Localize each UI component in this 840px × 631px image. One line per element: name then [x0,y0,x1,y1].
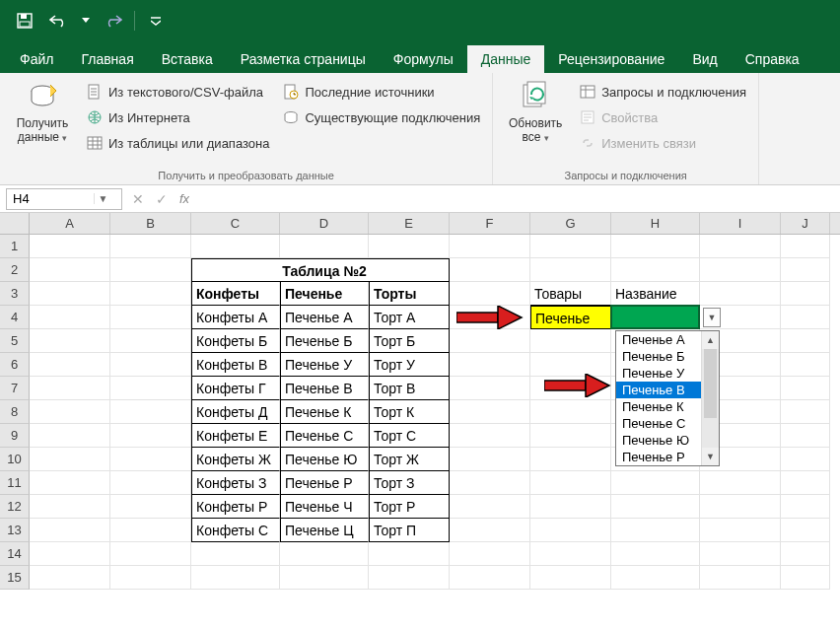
cell[interactable] [700,258,781,282]
cell[interactable] [781,329,830,353]
cell[interactable] [450,519,530,542]
cell[interactable] [530,258,611,282]
cell[interactable]: Конфеты Ж [191,448,280,471]
column-header[interactable]: H [611,213,700,234]
cell[interactable] [781,258,830,282]
tab-review[interactable]: Рецензирование [544,45,678,73]
cell[interactable] [30,258,110,282]
dropdown-item[interactable]: Печенье Р [616,449,701,465]
cell[interactable] [191,235,280,258]
cell[interactable]: Торт З [369,471,450,495]
cell[interactable]: Конфеты С [191,519,280,542]
cell[interactable]: Торт У [369,353,450,377]
cell[interactable] [110,282,191,306]
cell[interactable]: Печенье [530,306,611,329]
row-header[interactable]: 10 [0,448,30,471]
cell[interactable] [110,400,191,424]
cell[interactable] [781,566,830,590]
undo-dropdown-icon[interactable] [79,8,93,34]
cell[interactable] [530,424,611,448]
tab-view[interactable]: Вид [678,45,731,73]
cell[interactable] [611,542,700,566]
cell[interactable] [450,258,530,282]
queries-connections-button[interactable]: Запросы и подключения [578,81,748,103]
cell[interactable] [700,566,781,590]
cell[interactable] [191,542,280,566]
refresh-all-button[interactable]: Обновить все ▾ [503,77,568,168]
cell[interactable] [30,377,110,400]
row-header[interactable]: 6 [0,353,30,377]
cell[interactable] [781,448,830,471]
cell[interactable]: Конфеты А [191,306,280,329]
cell[interactable] [781,353,830,377]
cell[interactable]: Конфеты З [191,471,280,495]
dropdown-item[interactable]: Печенье Б [616,348,701,365]
column-header[interactable]: E [369,213,450,234]
cell[interactable] [700,519,781,542]
cell[interactable] [450,448,530,471]
name-box-input[interactable] [7,191,94,206]
cell[interactable] [611,566,700,590]
cell[interactable] [781,306,830,329]
cell[interactable] [611,306,700,329]
cell[interactable] [369,542,450,566]
row-header[interactable]: 1 [0,235,30,258]
cell[interactable] [450,542,530,566]
column-header[interactable]: C [191,213,280,234]
row-header[interactable]: 15 [0,566,30,590]
tab-insert[interactable]: Вставка [148,45,227,73]
tab-page-layout[interactable]: Разметка страницы [227,45,380,73]
cell[interactable]: Торт Ж [369,448,450,471]
tab-help[interactable]: Справка [732,45,813,73]
cell[interactable] [700,282,781,306]
cell[interactable] [530,235,611,258]
cell[interactable] [30,566,110,590]
cell[interactable]: Торт С [369,424,450,448]
dropdown-item[interactable]: Печенье У [616,365,701,382]
cell[interactable]: Конфеты [191,282,280,306]
scroll-up-icon[interactable]: ▲ [702,331,719,349]
cell[interactable]: Печенье Ц [280,519,369,542]
cell[interactable]: Торт В [369,377,450,400]
cell[interactable]: Печенье Ю [280,448,369,471]
cell[interactable] [530,329,611,353]
cell[interactable] [30,424,110,448]
cell[interactable] [110,329,191,353]
column-header[interactable]: A [30,213,110,234]
from-text-csv-button[interactable]: Из текстового/CSV-файла [85,81,271,103]
dropdown-item[interactable]: Печенье Ю [616,432,701,449]
column-header[interactable]: G [530,213,611,234]
cell[interactable] [450,471,530,495]
recent-sources-button[interactable]: Последние источники [281,81,482,103]
dropdown-item[interactable]: Печенье К [616,398,701,415]
cell[interactable] [611,235,700,258]
cell[interactable]: Печенье У [280,353,369,377]
tab-formulas[interactable]: Формулы [380,45,467,73]
row-header[interactable]: 7 [0,377,30,400]
cell[interactable] [110,448,191,471]
cell[interactable]: Конфеты В [191,353,280,377]
cell[interactable] [450,329,530,353]
cell[interactable]: Торт П [369,519,450,542]
cell[interactable] [450,495,530,519]
from-web-button[interactable]: Из Интернета [85,106,271,128]
cell[interactable] [450,282,530,306]
cell[interactable] [110,424,191,448]
cell[interactable] [30,282,110,306]
cell[interactable] [369,258,450,282]
cell[interactable] [781,377,830,400]
cell[interactable]: Торты [369,282,450,306]
cell[interactable] [30,306,110,329]
cell[interactable] [781,471,830,495]
undo-icon[interactable] [45,8,71,34]
cell[interactable] [530,400,611,424]
cell[interactable]: Конфеты Г [191,377,280,400]
cell[interactable]: Торт К [369,400,450,424]
cell[interactable] [611,471,700,495]
cell[interactable] [369,235,450,258]
cell[interactable] [781,519,830,542]
row-header[interactable]: 4 [0,306,30,329]
cell[interactable]: Торт Р [369,495,450,519]
cell[interactable]: Название [611,282,700,306]
column-header[interactable]: B [110,213,191,234]
